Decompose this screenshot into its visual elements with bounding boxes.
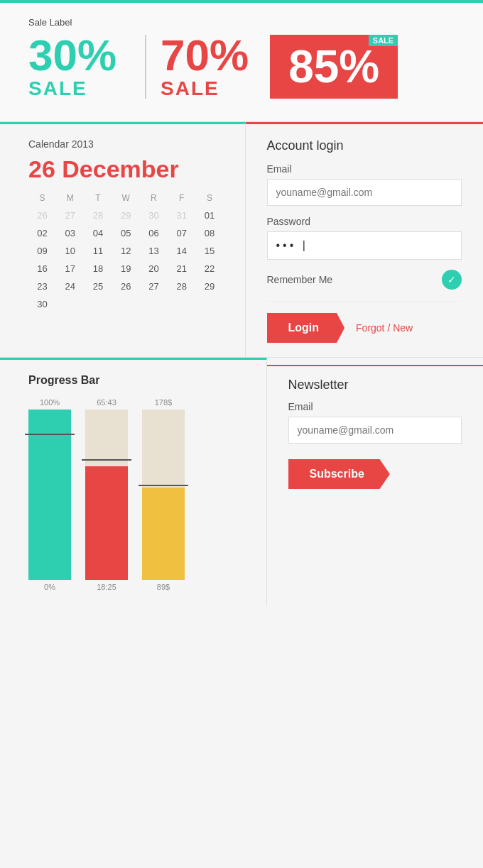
cal-cell[interactable]: 27 [140, 278, 168, 295]
cal-cell [195, 296, 223, 312]
cal-cell[interactable]: 14 [168, 243, 195, 259]
cal-cell [56, 296, 84, 312]
sale-section: Sale Label 30% SALE 70% SALE SALE 85% [0, 3, 483, 121]
cal-week-5: 30 [28, 296, 224, 312]
cal-cell[interactable]: 07 [168, 225, 195, 241]
cal-cell[interactable]: 19 [112, 260, 140, 277]
cal-cell[interactable]: 30 [28, 296, 56, 312]
cal-week-4: 23242526272829 [28, 278, 224, 295]
login-button[interactable]: Login [267, 313, 345, 343]
cal-cell[interactable]: 11 [84, 243, 112, 259]
cal-header-s2: S [195, 192, 223, 204]
cal-cell[interactable]: 04 [84, 225, 112, 241]
progress-bars: 100%65:43178$0%18:2589$ [28, 398, 245, 591]
password-label: Password [267, 216, 462, 227]
cal-cell[interactable]: 13 [140, 243, 168, 259]
email-label: Email [267, 163, 462, 175]
right-col: Newsletter Email Subscribe [267, 358, 484, 605]
newsletter-section: Newsletter Email Subscribe [267, 365, 484, 605]
cal-cell[interactable]: 21 [168, 260, 195, 277]
sale-label: Sale Label [28, 17, 455, 28]
sale-item-2: 70% SALE [161, 33, 263, 100]
cal-cell[interactable]: 20 [140, 260, 168, 277]
sale-badge: SALE 85% [270, 35, 398, 99]
cal-week-1: 02030405060708 [28, 225, 224, 241]
subscribe-button[interactable]: Subscribe [288, 459, 390, 489]
cal-cell[interactable]: 23 [28, 278, 56, 295]
cal-cell[interactable]: 26 [28, 207, 56, 224]
bar-top-label: 65:43 [85, 398, 128, 407]
cal-week-0: 26272829303101 [28, 207, 224, 224]
cal-cell[interactable]: 24 [56, 278, 84, 295]
newsletter-email-input[interactable] [288, 417, 462, 444]
remember-check-icon[interactable]: ✓ [442, 270, 462, 290]
cal-cell[interactable]: 06 [140, 225, 168, 241]
calendar-header: S M T W R F S [28, 192, 224, 204]
calendar-section: Calendar 2013 26 December S M T W R F S … [0, 122, 246, 357]
cal-cell[interactable]: 29 [195, 278, 223, 295]
cal-header-f: F [168, 192, 195, 204]
new-label[interactable]: New [393, 322, 413, 334]
cal-week-2: 09101112131415 [28, 243, 224, 259]
sale-badge-percent: 85% [288, 44, 379, 89]
cal-cell[interactable]: 12 [112, 243, 140, 259]
cal-header-m: M [56, 192, 84, 204]
cal-cell[interactable]: 22 [195, 260, 223, 277]
remember-label: Remember Me [267, 274, 333, 285]
bar-top-label: 100% [28, 398, 71, 407]
main-two-col: Calendar 2013 26 December S M T W R F S … [0, 122, 483, 357]
progress-title: Progress Bar [28, 374, 245, 387]
cal-cell[interactable]: 31 [168, 207, 195, 224]
bar-bottom-label: 89$ [142, 583, 185, 591]
login-section: Account login Email Password Remember Me… [246, 122, 484, 357]
newsletter-email-label: Email [288, 401, 462, 412]
cal-cell[interactable]: 01 [195, 207, 223, 224]
cal-cell[interactable]: 28 [168, 278, 195, 295]
bottom-two-col: Progress Bar 100%65:43178$0%18:2589$ New… [0, 358, 483, 605]
cal-cell[interactable]: 25 [84, 278, 112, 295]
cal-header-s: S [28, 192, 56, 204]
cal-cell [112, 296, 140, 312]
cal-cell[interactable]: 03 [56, 225, 84, 241]
sale-item-1-text: SALE [28, 77, 116, 100]
bar-top-label: 178$ [142, 398, 185, 407]
cal-header-t: T [84, 192, 112, 204]
cal-header-r: R [140, 192, 168, 204]
forgot-label: Forgot / [356, 322, 393, 334]
cal-cell[interactable]: 28 [84, 207, 112, 224]
bar-wrapper-1 [85, 410, 128, 580]
sale-items: 30% SALE 70% SALE SALE 85% [28, 33, 455, 100]
bar-wrapper-0 [28, 410, 71, 580]
login-title: Account login [267, 138, 462, 153]
cal-cell[interactable]: 09 [28, 243, 56, 259]
calendar-date: 26 December [28, 155, 224, 183]
sale-divider [145, 35, 146, 99]
calendar-grid: S M T W R F S 26272829303101020304050607… [28, 192, 224, 312]
cal-cell [168, 296, 195, 312]
cal-cell[interactable]: 29 [112, 207, 140, 224]
cal-cell[interactable]: 02 [28, 225, 56, 241]
cal-cell[interactable]: 15 [195, 243, 223, 259]
email-input[interactable] [267, 179, 462, 206]
password-input[interactable] [267, 231, 462, 260]
cal-cell[interactable]: 30 [140, 207, 168, 224]
sale-item-2-text: SALE [161, 77, 249, 100]
cal-cell[interactable]: 10 [56, 243, 84, 259]
sale-badge-tag: SALE [369, 35, 398, 46]
newsletter-title: Newsletter [288, 378, 462, 392]
cal-header-w: W [112, 192, 140, 204]
sale-item-1: 30% SALE [28, 33, 131, 100]
cal-cell[interactable]: 05 [112, 225, 140, 241]
calendar-body: 2627282930310102030405060708091011121314… [28, 207, 224, 312]
cal-cell[interactable]: 26 [112, 278, 140, 295]
cal-cell[interactable]: 18 [84, 260, 112, 277]
bar-wrapper-2 [142, 410, 185, 580]
login-actions: Login Forgot / New [267, 313, 462, 343]
bar-bottom-label: 18:25 [85, 583, 128, 591]
forgot-text: Forgot / New [356, 322, 413, 334]
sale-item-1-percent: 30% [28, 33, 116, 77]
cal-cell[interactable]: 17 [56, 260, 84, 277]
cal-cell[interactable]: 08 [195, 225, 223, 241]
cal-cell[interactable]: 27 [56, 207, 84, 224]
cal-cell[interactable]: 16 [28, 260, 56, 277]
